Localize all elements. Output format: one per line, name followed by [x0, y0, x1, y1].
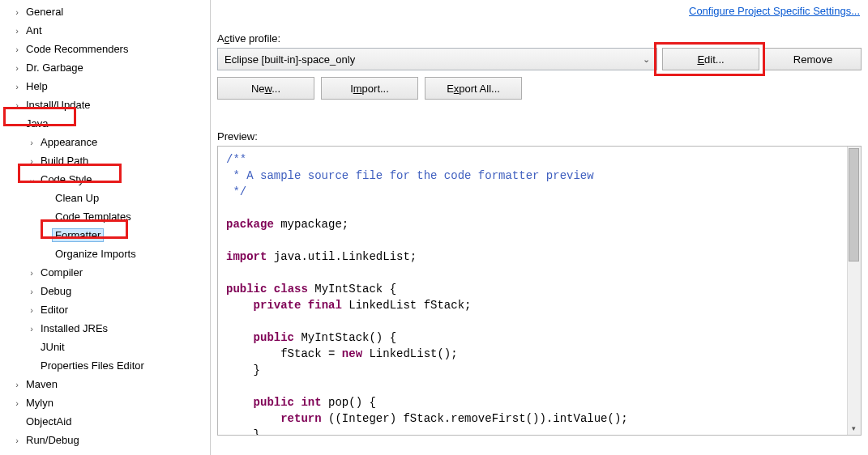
tree-item-general[interactable]: ›General: [0, 2, 210, 21]
tree-item-install-update[interactable]: ›Install/Update: [0, 96, 210, 114]
spacer-icon: ·: [41, 212, 52, 222]
code-token: import: [226, 250, 267, 263]
chevron-right-icon: ›: [26, 305, 37, 315]
tree-item-team[interactable]: ›Team: [0, 449, 210, 455]
tree-label: Help: [23, 79, 51, 93]
tree-label: Organize Imports: [52, 247, 139, 261]
tree-label: Team: [23, 452, 55, 455]
tree-label: Debug: [37, 284, 75, 298]
tree-item-installed-jres[interactable]: ›Installed JREs: [0, 319, 210, 338]
tree-item-run-debug[interactable]: ›Run/Debug: [0, 431, 210, 449]
tree-item-editor[interactable]: ›Editor: [0, 300, 210, 319]
chevron-right-icon: ›: [11, 380, 23, 389]
tree-item-code-templates[interactable]: ·Code Templates: [0, 207, 210, 226]
tree-item-properties-files-editor[interactable]: ·Properties Files Editor: [0, 356, 210, 375]
tree-label: Build Path: [37, 154, 92, 168]
code-token: }: [226, 364, 260, 376]
tree-item-compiler[interactable]: ›Compiler: [0, 263, 210, 282]
tree-item-objectaid[interactable]: ·ObjectAid: [0, 412, 210, 431]
new-button[interactable]: New...: [217, 77, 314, 100]
tree-label: Appearance: [37, 135, 100, 149]
tree-label: Mylyn: [23, 396, 57, 410]
tree-label: General: [23, 5, 66, 19]
chevron-right-icon: ›: [11, 63, 23, 73]
tree-item-build-path[interactable]: ›Build Path: [0, 151, 210, 170]
chevron-right-icon: ›: [11, 398, 23, 408]
tree-label: ObjectAid: [23, 415, 75, 428]
preview-code[interactable]: /** * A sample source file for the code …: [218, 147, 861, 436]
scroll-down-icon[interactable]: ▾: [847, 421, 861, 435]
chevron-right-icon: ›: [26, 268, 37, 278]
tree-item-appearance[interactable]: ›Appearance: [0, 133, 210, 151]
tree-item-junit[interactable]: ·JUnit: [0, 338, 210, 356]
code-token: final: [301, 299, 341, 312]
spacer-icon: ·: [26, 361, 37, 371]
tree-label: Java: [23, 117, 51, 130]
tree-label: Install/Update: [23, 98, 94, 112]
preferences-tree: ›General ›Ant ›Code Recommenders ›Dr. Ga…: [0, 0, 211, 455]
preview-label: Preview:: [217, 130, 862, 142]
tree-item-dr-garbage[interactable]: ›Dr. Garbage: [0, 58, 210, 77]
configure-project-specific-link[interactable]: Configure Project Specific Settings...: [689, 5, 860, 17]
code-token: ((Integer) fStack.removeFirst()).intValu…: [322, 412, 628, 425]
vertical-scrollbar[interactable]: ▴ ▾: [847, 147, 861, 435]
tree-item-help[interactable]: ›Help: [0, 77, 210, 96]
tree-label: Dr. Garbage: [23, 61, 87, 74]
code-token: }: [226, 428, 260, 436]
export-all-button[interactable]: Export All...: [425, 77, 522, 100]
code-token: public: [226, 283, 267, 296]
tree-item-formatter[interactable]: ·Formatter: [0, 226, 210, 245]
code-token: LinkedList();: [362, 347, 458, 360]
tree-item-organize-imports[interactable]: ·Organize Imports: [0, 245, 210, 263]
code-token: return: [226, 412, 322, 425]
tree-item-java[interactable]: ⌄Java: [0, 114, 210, 133]
code-token: public: [226, 331, 294, 344]
tree-label: Properties Files Editor: [37, 359, 148, 372]
tree-label: Run/Debug: [23, 433, 83, 447]
code-token: fStack =: [226, 347, 342, 360]
import-button[interactable]: Import...: [321, 77, 418, 100]
code-token: public: [226, 396, 294, 409]
code-token: */: [226, 185, 246, 198]
chevron-right-icon: ›: [11, 100, 23, 110]
scroll-thumb[interactable]: [849, 148, 859, 262]
code-token: class: [267, 283, 307, 296]
tree-label: Editor: [37, 303, 71, 317]
code-token: private: [226, 299, 301, 312]
tree-item-maven[interactable]: ›Maven: [0, 375, 210, 393]
tree-label: Code Recommenders: [23, 42, 131, 56]
code-token: mypackage;: [274, 218, 348, 231]
tree-item-ant[interactable]: ›Ant: [0, 21, 210, 40]
spacer-icon: ·: [41, 193, 52, 203]
code-token: MyIntStack {: [308, 283, 396, 296]
tree-item-code-style[interactable]: ⌄Code Style: [0, 170, 210, 189]
edit-button[interactable]: Edit...: [662, 48, 759, 70]
tree-label: Clean Up: [52, 191, 102, 205]
active-profile-value: Eclipse [built-in]-space_only: [224, 53, 355, 66]
spacer-icon: ·: [41, 231, 52, 240]
tree-label: Code Templates: [52, 210, 135, 223]
chevron-right-icon: ›: [11, 7, 23, 17]
chevron-down-icon: ⌄: [26, 174, 37, 185]
code-token: int: [294, 396, 322, 409]
tree-item-code-recommenders[interactable]: ›Code Recommenders: [0, 40, 210, 58]
chevron-down-icon: ⌄: [643, 54, 650, 65]
tree-label: Ant: [23, 23, 45, 37]
chevron-right-icon: ›: [11, 82, 23, 91]
tree-item-debug[interactable]: ›Debug: [0, 282, 210, 300]
chevron-right-icon: ›: [26, 287, 37, 296]
tree-item-clean-up[interactable]: ·Clean Up: [0, 189, 210, 207]
chevron-right-icon: ›: [26, 324, 37, 334]
active-profile-label: Active profile:: [217, 32, 862, 45]
spacer-icon: ·: [41, 249, 52, 259]
code-token: MyIntStack() {: [294, 331, 396, 344]
code-token: java.util.LinkedList;: [267, 250, 417, 263]
spacer-icon: ·: [26, 342, 37, 352]
chevron-down-icon: ⌄: [11, 118, 23, 129]
code-token: * A sample source file for the code form…: [226, 169, 594, 182]
code-token: pop() {: [322, 396, 376, 409]
spacer-icon: ·: [11, 417, 23, 427]
remove-button[interactable]: Remove: [764, 48, 862, 70]
tree-item-mylyn[interactable]: ›Mylyn: [0, 393, 210, 412]
active-profile-select[interactable]: Eclipse [built-in]-space_only ⌄: [217, 48, 657, 70]
